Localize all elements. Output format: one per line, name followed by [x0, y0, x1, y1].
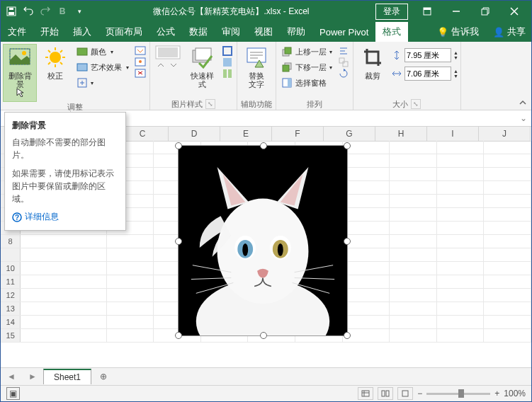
cell[interactable]	[437, 222, 485, 234]
cell[interactable]	[437, 208, 485, 221]
col-header[interactable]: F	[272, 127, 324, 141]
cell[interactable]	[437, 262, 485, 275]
cell[interactable]	[484, 235, 531, 248]
cell[interactable]	[107, 289, 154, 302]
tab-page-layout[interactable]: 页面布局	[98, 22, 149, 42]
align-icon[interactable]	[338, 45, 349, 57]
corrections-button[interactable]: 校正	[38, 44, 72, 82]
normal-view-icon[interactable]	[358, 387, 373, 400]
row-header[interactable]: 11	[1, 275, 21, 288]
cell[interactable]	[390, 208, 437, 221]
cell[interactable]	[107, 248, 154, 261]
quick-styles-button[interactable]: 快速样式	[185, 44, 219, 91]
cell[interactable]	[343, 181, 390, 194]
cell[interactable]	[107, 316, 154, 328]
col-header[interactable]: D	[169, 127, 220, 141]
cell[interactable]	[21, 316, 106, 328]
tab-formulas[interactable]: 公式	[149, 22, 182, 42]
tooltip-more-info-link[interactable]: ?详细信息	[12, 211, 118, 223]
undo-icon[interactable]	[21, 4, 36, 19]
cell[interactable]	[484, 329, 531, 342]
cell[interactable]	[484, 289, 531, 302]
width-input[interactable]	[404, 67, 451, 81]
cell[interactable]	[343, 222, 390, 234]
cell[interactable]	[437, 302, 485, 315]
sheet-nav-prev-icon[interactable]: ◄	[7, 372, 16, 381]
alt-text-button[interactable]: 替换 文字	[239, 44, 273, 91]
width-up-icon[interactable]: ▲	[453, 69, 458, 74]
cell[interactable]	[390, 235, 437, 248]
minimize-icon[interactable]	[442, 1, 470, 21]
cell[interactable]	[343, 208, 390, 221]
share-button[interactable]: 共享	[507, 25, 526, 38]
col-header[interactable]: H	[375, 127, 427, 141]
cell[interactable]	[390, 154, 437, 167]
cell[interactable]	[343, 168, 390, 180]
picture-layout-icon[interactable]	[222, 68, 233, 79]
cell[interactable]	[343, 154, 390, 167]
width-down-icon[interactable]: ▼	[453, 74, 458, 79]
cell[interactable]	[343, 302, 390, 315]
cell[interactable]	[484, 316, 531, 328]
tab-data[interactable]: 数据	[182, 22, 215, 42]
cell[interactable]	[390, 316, 437, 328]
cell[interactable]	[437, 141, 485, 154]
change-picture-icon[interactable]	[135, 57, 146, 68]
expand-fx-icon[interactable]: ⌄	[516, 113, 531, 123]
crop-button[interactable]: 裁剪	[356, 44, 390, 82]
style-nav-up-icon[interactable]	[155, 59, 166, 71]
cell[interactable]	[484, 262, 531, 275]
cell[interactable]	[484, 168, 531, 180]
height-down-icon[interactable]: ▼	[453, 55, 458, 60]
redo-icon[interactable]	[38, 4, 53, 19]
cell[interactable]	[484, 222, 531, 234]
row-header[interactable]: 15	[1, 329, 21, 342]
style-nav-down-icon[interactable]	[168, 59, 179, 71]
sheet-nav-next-icon[interactable]: ►	[28, 372, 37, 381]
cell[interactable]	[343, 289, 390, 302]
col-header[interactable]: J	[479, 127, 531, 141]
page-break-view-icon[interactable]	[397, 387, 413, 400]
page-layout-view-icon[interactable]	[378, 387, 393, 400]
zoom-level[interactable]: 100%	[504, 389, 526, 398]
height-input[interactable]	[404, 48, 451, 62]
tab-file[interactable]: 文件	[1, 22, 33, 42]
picture-effects-icon[interactable]	[222, 57, 233, 68]
row-header[interactable]: 14	[1, 316, 21, 328]
compress-pictures-icon[interactable]	[135, 45, 146, 57]
cell[interactable]	[390, 289, 437, 302]
row-header[interactable]: 12	[1, 289, 21, 302]
tab-home[interactable]: 开始	[33, 22, 66, 42]
row-header[interactable]	[1, 248, 21, 261]
row-header[interactable]: 8	[1, 235, 21, 248]
height-up-icon[interactable]: ▲	[453, 50, 458, 55]
close-icon[interactable]	[500, 1, 528, 21]
bring-forward-button[interactable]: 上移一层 ▾	[278, 44, 335, 59]
cell[interactable]	[107, 329, 154, 342]
cell[interactable]	[437, 168, 485, 180]
cell[interactable]	[390, 168, 437, 180]
send-backward-button[interactable]: 下移一层 ▾	[278, 59, 335, 75]
cell[interactable]	[484, 248, 531, 261]
embedded-picture[interactable]	[178, 145, 348, 336]
cell[interactable]	[484, 141, 531, 154]
cell[interactable]	[107, 262, 154, 275]
cell[interactable]	[390, 248, 437, 261]
restore-icon[interactable]	[471, 1, 499, 21]
cell[interactable]	[390, 329, 437, 342]
cell[interactable]	[484, 302, 531, 315]
artistic-effects-button[interactable]: 艺术效果 ▾	[74, 59, 132, 75]
cell[interactable]	[343, 316, 390, 328]
picture-style-preview-icon[interactable]	[155, 45, 181, 59]
ribbon-display-icon[interactable]	[413, 1, 441, 21]
cell[interactable]	[484, 195, 531, 207]
collapse-ribbon-icon[interactable]	[514, 42, 531, 110]
col-header[interactable]: I	[427, 127, 479, 141]
cell[interactable]	[343, 248, 390, 261]
zoom-out-icon[interactable]: −	[417, 389, 422, 398]
cell[interactable]	[21, 248, 106, 261]
cell[interactable]	[343, 195, 390, 207]
cell[interactable]	[107, 302, 154, 315]
tab-view[interactable]: 视图	[247, 22, 280, 42]
cell[interactable]	[343, 275, 390, 288]
